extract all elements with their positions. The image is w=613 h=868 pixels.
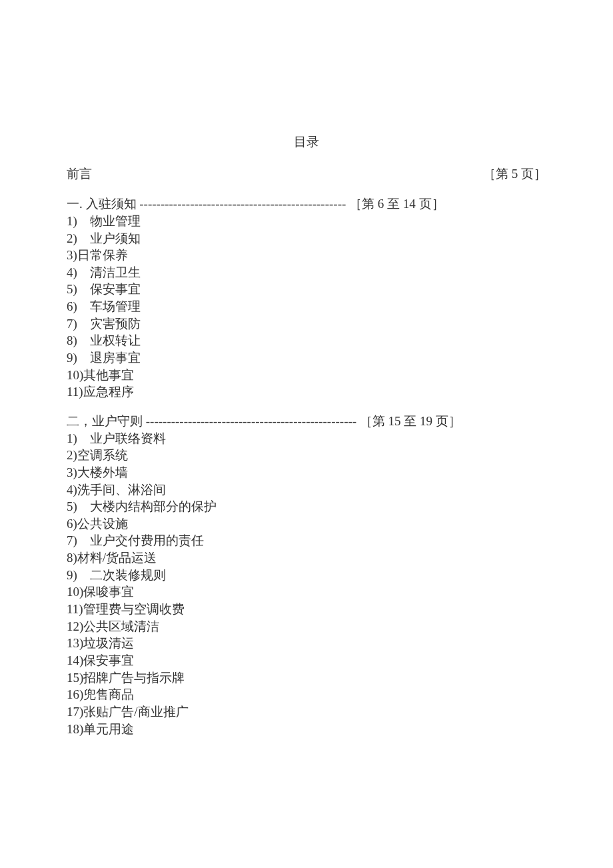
list-item: 9) 二次装修规则 — [67, 567, 546, 584]
list-item: 13)垃圾清运 — [67, 635, 546, 652]
section-2-items: 1) 业户联络资料2)空调系统3)大楼外墙4)洗手间、淋浴间5) 大楼内结构部分… — [67, 430, 546, 738]
section-2-dashes: ----------------------------------------… — [146, 414, 356, 428]
list-item: 4) 清洁卫生 — [67, 264, 546, 281]
list-item: 12)公共区域清洁 — [67, 618, 546, 635]
list-item: 11)管理费与空调收费 — [67, 601, 546, 618]
list-item: 6) 车场管理 — [67, 298, 546, 315]
section-1-dashes: ----------------------------------------… — [139, 197, 346, 211]
list-item: 5) 大楼内结构部分的保护 — [67, 498, 546, 515]
section-2-page: ［第 15 至 19 页］ — [356, 414, 461, 428]
preface-page: ［第 5 页］ — [483, 165, 546, 183]
list-item: 15)招牌广告与指示牌 — [67, 669, 546, 687]
list-item: 10)其他事宜 — [67, 367, 546, 384]
list-item: 3)大楼外墙 — [67, 464, 546, 481]
list-item: 9) 退房事宜 — [67, 349, 546, 367]
page-title: 目录 — [67, 133, 546, 151]
list-item: 5) 保安事宜 — [67, 281, 546, 298]
section-2-heading: 二，业户守则 — [67, 414, 146, 428]
list-item: 8) 业权转让 — [67, 332, 546, 349]
gap — [67, 183, 546, 195]
list-item: 2) 业户须知 — [67, 230, 546, 247]
list-item: 6)公共设施 — [67, 515, 546, 533]
list-item: 17)张贴广告/商业推广 — [67, 703, 546, 721]
section-1-heading: 一. 入驻须知 — [67, 197, 139, 211]
list-item: 14)保安事宜 — [67, 652, 546, 669]
spacer — [92, 165, 483, 183]
list-item: 18)单元用途 — [67, 721, 546, 738]
list-item: 1) 物业管理 — [67, 213, 546, 230]
list-item: 8)材料/货品运送 — [67, 549, 546, 567]
list-item: 7) 灾害预防 — [67, 315, 546, 333]
section-1-page: ［第 6 至 14 页］ — [346, 197, 444, 211]
list-item: 7) 业户交付费用的责任 — [67, 532, 546, 549]
list-item: 11)应急程序 — [67, 383, 546, 401]
list-item: 4)洗手间、淋浴间 — [67, 481, 546, 499]
list-item: 2)空调系统 — [67, 447, 546, 464]
list-item: 16)兜售商品 — [67, 686, 546, 703]
document-page: 目录 前言 ［第 5 页］ 一. 入驻须知 ------------------… — [0, 0, 613, 804]
list-item: 10)保唆事宜 — [67, 583, 546, 601]
section-1-heading-row: 一. 入驻须知 --------------------------------… — [67, 195, 546, 213]
section-1-items: 1) 物业管理2) 业户须知3)日常保养4) 清洁卫生5) 保安事宜6) 车场管… — [67, 213, 546, 401]
gap — [67, 401, 546, 413]
list-item: 3)日常保养 — [67, 247, 546, 264]
preface-label: 前言 — [67, 165, 92, 183]
section-2-heading-row: 二，业户守则 ---------------------------------… — [67, 413, 546, 430]
preface-row: 前言 ［第 5 页］ — [67, 165, 546, 183]
list-item: 1) 业户联络资料 — [67, 430, 546, 447]
